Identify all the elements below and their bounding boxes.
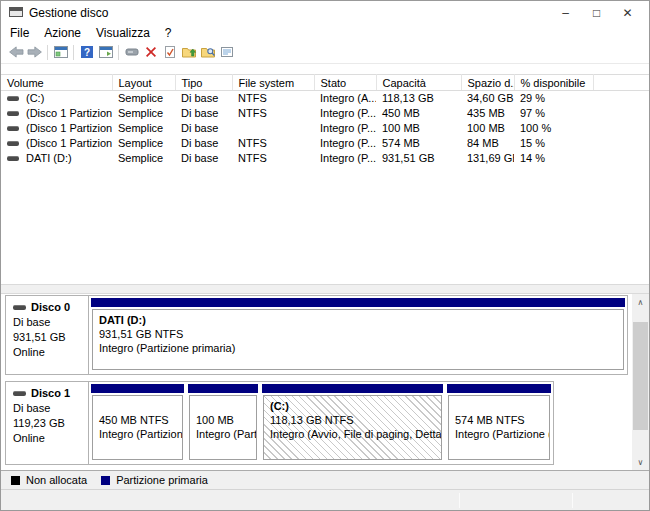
disk-graphical-pane: Disco 0 Di base 931,51 GB Online DATI (D… xyxy=(1,294,649,470)
column-header-disponibile[interactable]: % disponibile xyxy=(514,75,593,91)
cell-layout: Semplice xyxy=(112,151,175,166)
cell-volume: (Disco 1 Partizione... xyxy=(26,122,112,134)
cell-stato: Integro (P... xyxy=(314,106,376,121)
cell-volume: DATI (D:) xyxy=(26,152,72,164)
maximize-button[interactable]: □ xyxy=(581,1,612,24)
volume-icon xyxy=(7,126,19,131)
partition-title xyxy=(99,399,182,413)
partition-size: 574 MB NTFS xyxy=(455,413,549,427)
legend-item-unallocated: Non allocata xyxy=(11,474,87,486)
cell-filesystem xyxy=(232,121,314,136)
action-pane-icon[interactable] xyxy=(96,43,115,61)
delete-volume-icon[interactable] xyxy=(141,43,160,61)
close-button[interactable]: ✕ xyxy=(612,1,643,24)
disk-size: 931,51 GB xyxy=(13,330,86,345)
toolbar-separator xyxy=(118,45,119,60)
cell-layout: Semplice xyxy=(112,136,175,151)
volume-list-pane: Volume Layout Tipo File system Stato Cap… xyxy=(1,64,649,284)
column-header-capacita[interactable]: Capacità xyxy=(376,75,461,91)
volume-table: Volume Layout Tipo File system Stato Cap… xyxy=(1,74,649,166)
partition-size: 931,51 GB NTFS xyxy=(99,327,623,341)
column-header-filler xyxy=(593,75,649,91)
forward-icon[interactable] xyxy=(25,43,44,61)
disk-row-disco1: Disco 1 Di base 119,23 GB Online 450 MB … xyxy=(5,381,628,465)
column-header-stato[interactable]: Stato xyxy=(314,75,376,91)
cell-filesystem: NTFS xyxy=(232,91,314,106)
cell-capacita: 118,13 GB xyxy=(376,91,461,106)
disk-icon xyxy=(13,305,26,310)
back-icon[interactable] xyxy=(6,43,25,61)
cell-spazio: 435 MB xyxy=(461,106,514,121)
partition-status: Integro (Partizione xyxy=(99,427,182,441)
partition-100mb[interactable]: 100 MB Integro (Parti xyxy=(188,384,258,462)
mark-partition-active-icon[interactable] xyxy=(160,43,179,61)
column-header-spazio[interactable]: Spazio d... xyxy=(461,75,514,91)
titlebar: Gestione disco – □ ✕ xyxy=(1,1,649,24)
partition-574mb[interactable]: 574 MB NTFS Integro (Partizione ( xyxy=(447,384,551,462)
menu-azione[interactable]: Azione xyxy=(44,25,90,41)
column-header-layout[interactable]: Layout xyxy=(112,75,175,91)
explore-folder-icon[interactable] xyxy=(198,43,217,61)
scroll-down-icon[interactable]: ∨ xyxy=(632,454,649,470)
legend-label: Non allocata xyxy=(26,474,87,486)
cell-spazio: 84 MB xyxy=(461,136,514,151)
open-folder-icon[interactable] xyxy=(179,43,198,61)
menu-help[interactable]: ? xyxy=(165,25,181,41)
table-row[interactable]: DATI (D:) Semplice Di base NTFS Integro … xyxy=(1,151,649,166)
toolbar-separator xyxy=(47,45,48,60)
partition-title: DATI (D:) xyxy=(99,313,623,327)
svg-text:?: ? xyxy=(83,47,89,58)
partition-title xyxy=(196,399,256,413)
disk-name: Disco 1 xyxy=(31,386,70,401)
disk-label-disco0[interactable]: Disco 0 Di base 931,51 GB Online xyxy=(5,295,89,375)
cell-layout: Semplice xyxy=(112,121,175,136)
minimize-button[interactable]: – xyxy=(550,1,581,24)
cell-volume: (C:) xyxy=(26,92,44,104)
partition-group-disco1: 450 MB NTFS Integro (Partizione 100 MB I… xyxy=(89,381,554,465)
cell-layout: Semplice xyxy=(112,91,175,106)
cell-stato: Integro (P... xyxy=(314,136,376,151)
console-tree-icon[interactable] xyxy=(51,43,70,61)
menu-file[interactable]: File xyxy=(10,25,38,41)
unallocated-swatch xyxy=(11,476,20,485)
scrollbar-thumb[interactable] xyxy=(633,322,648,430)
cell-disponibile: 100 % xyxy=(514,121,593,136)
disk-name: Disco 0 xyxy=(31,300,70,315)
vertical-scrollbar[interactable]: ∧ ∨ xyxy=(632,294,649,470)
disk-row-disco0: Disco 0 Di base 931,51 GB Online DATI (D… xyxy=(5,295,628,375)
table-header-row: Volume Layout Tipo File system Stato Cap… xyxy=(1,75,649,91)
partition-color-bar xyxy=(91,384,184,393)
partition-size: 100 MB xyxy=(196,413,256,427)
toolbar: ? xyxy=(1,41,649,64)
disk-size: 119,23 GB xyxy=(13,416,86,431)
partition-status: Integro (Partizione ( xyxy=(455,427,549,441)
disk-management-window: Gestione disco – □ ✕ File Azione Visuali… xyxy=(0,0,650,511)
cell-disponibile: 15 % xyxy=(514,136,593,151)
tip-icon[interactable] xyxy=(122,43,141,61)
partition-group-disco0: DATI (D:) 931,51 GB NTFS Integro (Partiz… xyxy=(89,295,628,375)
disk-status: Online xyxy=(13,431,86,446)
column-header-filesystem[interactable]: File system xyxy=(232,75,314,91)
partition-size: 118,13 GB NTFS xyxy=(270,413,441,427)
partition-450mb[interactable]: 450 MB NTFS Integro (Partizione xyxy=(91,384,184,462)
disk-label-disco1[interactable]: Disco 1 Di base 119,23 GB Online xyxy=(5,381,89,465)
table-row[interactable]: (Disco 1 Partizione... Semplice Di base … xyxy=(1,136,649,151)
legend-label: Partizione primaria xyxy=(116,474,208,486)
menu-visualizza[interactable]: Visualizza xyxy=(96,25,159,41)
cell-stato: Integro (A... xyxy=(314,91,376,106)
statusbar-divider xyxy=(572,493,573,508)
properties-icon[interactable] xyxy=(217,43,236,61)
table-row[interactable]: (Disco 1 Partizione... Semplice Di base … xyxy=(1,106,649,121)
column-header-tipo[interactable]: Tipo xyxy=(175,75,232,91)
partition-title xyxy=(455,399,549,413)
column-header-volume[interactable]: Volume xyxy=(1,75,112,91)
partition-c[interactable]: (C:) 118,13 GB NTFS Integro (Avvio, File… xyxy=(262,384,443,462)
legend-item-primary: Partizione primaria xyxy=(101,474,208,486)
help-icon[interactable]: ? xyxy=(77,43,96,61)
table-row[interactable]: (C:) Semplice Di base NTFS Integro (A...… xyxy=(1,91,649,106)
partition-dati-d[interactable]: DATI (D:) 931,51 GB NTFS Integro (Partiz… xyxy=(91,298,625,372)
scroll-up-icon[interactable]: ∧ xyxy=(632,294,649,310)
table-row[interactable]: (Disco 1 Partizione... Semplice Di base … xyxy=(1,121,649,136)
pane-splitter[interactable] xyxy=(1,284,649,294)
cell-filesystem: NTFS xyxy=(232,136,314,151)
